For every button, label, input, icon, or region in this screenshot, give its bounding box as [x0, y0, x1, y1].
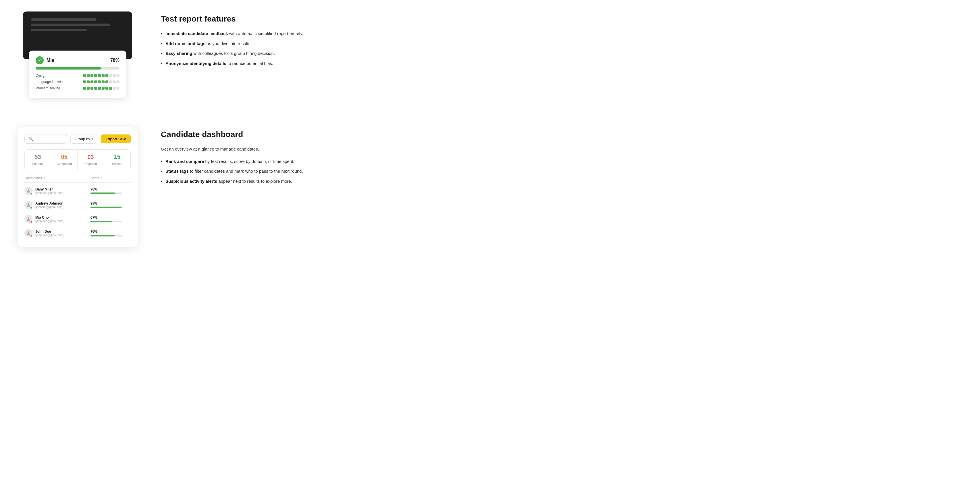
avatar-circle	[24, 229, 32, 237]
dashboard-mockup-column: 🔍 Group by ▾ Export CSV 53 Pending	[17, 127, 138, 247]
dot	[94, 80, 97, 83]
cand-name-email-andrew: Andrew Johnson (johnson@gmail.com)	[35, 201, 63, 209]
score-bar-fill-mia	[91, 221, 112, 222]
score-col-dany: 78%	[91, 187, 131, 194]
candidate-score: 78%	[110, 58, 119, 63]
dot	[105, 80, 108, 83]
dot	[94, 87, 97, 90]
feature-rest-suspicious: appear next to results to explore more.	[218, 179, 292, 183]
dot	[113, 80, 116, 83]
score-bar-track-john	[91, 235, 122, 236]
dot	[98, 87, 101, 90]
export-csv-button[interactable]: Export CSV	[101, 134, 131, 143]
col-header-score: Score ⇅	[91, 176, 131, 180]
avatar-mia	[24, 215, 32, 223]
stat-passed-label: Passed	[112, 162, 123, 166]
more-options-mia[interactable]: ···	[81, 217, 91, 221]
feature-rest-notes: as you dive into results.	[207, 41, 251, 46]
feature-rest-rank: by test results, score by domain, or tim…	[205, 159, 294, 164]
dot	[91, 87, 93, 90]
dot	[102, 74, 105, 77]
dot	[94, 74, 97, 77]
svg-point-2	[27, 217, 29, 219]
score-bar-fill-andrew	[91, 207, 121, 208]
feature-item-suspicious: Suspicious activity alerts appear next t…	[161, 178, 963, 185]
feature-item-sharing: Easy sharing with colleagues for a group…	[161, 50, 963, 57]
table-header: Candidates ⇅ Score ⇅	[24, 176, 131, 183]
dot	[102, 87, 105, 90]
dashboard-text-column: Candidate dashboard Get an overview at a…	[161, 127, 963, 188]
candidate-info-andrew: Andrew Johnson (johnson@gmail.com)	[24, 201, 81, 209]
main-progress-bar	[36, 67, 119, 70]
avatar-andrew	[24, 201, 32, 209]
dot	[117, 80, 119, 83]
chevron-down-icon: ▾	[92, 137, 93, 140]
cand-name-email-john: John Doe (john.doe@gmail.com)	[35, 229, 64, 237]
candidate-name-row: ✓ Mia	[36, 56, 54, 64]
dot	[105, 74, 108, 77]
dot	[87, 80, 90, 83]
main-progress-fill	[36, 67, 101, 70]
more-options-dany[interactable]: ···	[81, 188, 91, 193]
feature-bold-sharing: Easy sharing	[165, 51, 192, 56]
stat-pending-label: Pending	[32, 162, 43, 166]
skill-row-design: Design	[36, 73, 119, 78]
candidate-card: ✓ Mia 78% Design	[29, 51, 126, 98]
status-dot-green	[30, 193, 32, 195]
candidate-card-header: ✓ Mia 78%	[36, 56, 119, 64]
group-by-button[interactable]: Group by ▾	[70, 134, 97, 143]
dot	[87, 74, 90, 77]
skill-dots-problem	[83, 87, 119, 90]
dark-card-line-3	[31, 29, 87, 31]
top-section: ✓ Mia 78% Design	[0, 0, 980, 116]
more-options-john[interactable]: ···	[81, 231, 91, 235]
avatar-circle	[24, 187, 32, 195]
feature-bold-notes: Add notes and tags	[165, 41, 205, 46]
bottom-section: 🔍 Group by ▾ Export CSV 53 Pending	[0, 116, 980, 264]
search-box[interactable]: 🔍	[24, 134, 67, 143]
search-icon: 🔍	[29, 137, 33, 141]
dashboard-feature-list: Rank and compare by test results, score …	[161, 158, 963, 185]
feature-bold-anonymize: Anonymize identifying details	[165, 61, 226, 66]
skill-label-language: Language knowledge	[36, 80, 70, 84]
feature-item-anonymize: Anonymize identifying details to reduce …	[161, 61, 963, 67]
candidate-info-dany: Dany Miler (john.doe@gmail.com)	[24, 187, 81, 195]
dot	[109, 74, 112, 77]
score-bar-fill-john	[91, 235, 115, 236]
table-row: John Doe (john.doe@gmail.com) ··· 76%	[24, 226, 131, 240]
more-options-andrew[interactable]: ···	[81, 202, 91, 207]
dot	[102, 80, 105, 83]
feature-item-rank: Rank and compare by test results, score …	[161, 158, 963, 165]
svg-point-3	[27, 231, 29, 233]
stat-rejected-label: Rejected	[84, 162, 97, 166]
cand-name-john: John Doe	[35, 229, 64, 234]
feature-bold-rank: Rank and compare	[165, 159, 204, 164]
dot	[109, 87, 112, 90]
test-report-title: Test report features	[161, 14, 963, 24]
score-pct-dany: 78%	[91, 187, 131, 191]
dot	[83, 80, 86, 83]
dot	[113, 74, 116, 77]
skill-row-language: Language knowledge	[36, 80, 119, 84]
score-bar-track-dany	[91, 193, 122, 194]
dot	[105, 87, 108, 90]
cand-name-email-mia: Mia Cho (john.doe@gmail.com)	[35, 215, 64, 223]
score-col-mia: 67%	[91, 215, 131, 222]
skill-dots-language	[83, 80, 119, 83]
candidate-name: Mia	[46, 58, 54, 63]
feature-rest-sharing: with colleagues for a group hiring decis…	[194, 51, 275, 56]
stat-completed-number: 05	[54, 154, 75, 160]
feature-item-feedback: Immediate candidate feedback with automa…	[161, 30, 963, 37]
score-bar-fill-dany	[91, 193, 115, 194]
group-by-label: Group by	[75, 137, 90, 141]
candidate-info-mia: Mia Cho (john.doe@gmail.com)	[24, 215, 81, 223]
col-header-candidates: Candidates ⇅	[24, 176, 91, 180]
dot	[109, 80, 112, 83]
stat-completed: 05 Completed	[51, 150, 78, 170]
svg-point-0	[27, 189, 29, 191]
stat-passed-number: 15	[107, 154, 127, 160]
table-row: Dany Miler (john.doe@gmail.com) ··· 78%	[24, 184, 131, 198]
sort-icon-candidates[interactable]: ⇅	[43, 177, 45, 180]
sort-icon-score[interactable]: ⇅	[100, 177, 103, 180]
feature-item-status: Status tags to filter candidates and mar…	[161, 168, 963, 175]
